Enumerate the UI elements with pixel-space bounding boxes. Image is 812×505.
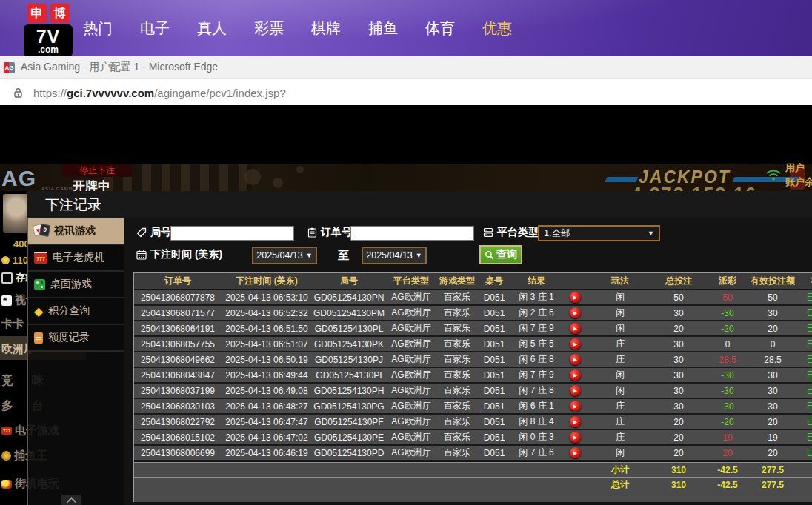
replay-button[interactable] xyxy=(570,292,581,303)
total-row-label: 总计 xyxy=(588,478,653,492)
lock-icon[interactable] xyxy=(13,87,24,99)
replay-button[interactable] xyxy=(570,323,581,334)
round-input[interactable] xyxy=(170,226,294,241)
window-title: Asia Gaming - 用户配置 1 - Microsoft Edge xyxy=(21,61,218,74)
rail-item-1[interactable]: 110. xyxy=(1,255,31,266)
round-cell: GD051254130PK xyxy=(312,337,386,351)
nav-item-4[interactable]: 棋牌 xyxy=(311,19,341,39)
collapse-button[interactable] xyxy=(61,495,81,505)
result-cell: 闲 8 庄 4 xyxy=(510,415,562,429)
column-header: 有效投注额 xyxy=(751,273,795,289)
status-cell: 已派彩 xyxy=(795,399,812,413)
url-scheme: https:// xyxy=(33,87,67,99)
slot-icon: 777 xyxy=(1,427,12,435)
valid-bet-cell: 30 xyxy=(751,399,795,413)
replay-button[interactable] xyxy=(570,385,581,396)
order-cell: 250413068057755 xyxy=(134,337,222,351)
status-cell: 已派彩 xyxy=(795,321,812,335)
platform-cell: AG欧洲厅 xyxy=(386,446,436,460)
total-bet-cell: 30 xyxy=(653,306,705,320)
replay-cell xyxy=(562,446,588,460)
date-to-picker[interactable]: 2025/04/13 ▼ xyxy=(362,247,427,264)
nav-item-5[interactable]: 捕鱼 xyxy=(368,19,398,39)
rail-item-label: 卡卡 xyxy=(1,317,24,331)
table-no-cell: D051 xyxy=(478,446,510,460)
rail-item-4[interactable]: 卡卡 xyxy=(1,317,24,331)
nav-item-1[interactable]: 电子 xyxy=(140,19,170,39)
total-bet-cell: 30 xyxy=(653,337,705,351)
replay-button[interactable] xyxy=(570,416,581,427)
address-bar[interactable]: https://gci.7vvvvvv.com/agingame/pcv1/in… xyxy=(0,78,812,106)
chevron-down-icon: ▼ xyxy=(306,252,313,259)
time-cell: 2025-04-13 06:47:02 xyxy=(222,430,312,444)
footer-spacer xyxy=(134,463,588,477)
table-no-cell: D051 xyxy=(478,290,510,304)
game-type-cell: 百家乐 xyxy=(436,384,478,398)
replay-button[interactable] xyxy=(570,354,581,365)
avatar[interactable] xyxy=(3,194,30,233)
replay-button[interactable] xyxy=(570,338,581,350)
order-cell: 250413068071577 xyxy=(134,306,222,320)
column-header: 游戏类型 xyxy=(436,273,478,289)
column-header: 平台类型 xyxy=(386,273,436,289)
total-bet-cell: 30 xyxy=(653,352,705,367)
order-input[interactable] xyxy=(350,226,474,241)
search-button[interactable]: 查询 xyxy=(479,245,522,264)
site-logo[interactable]: 申 博 7V .com xyxy=(19,4,77,57)
sidebar-item-0[interactable]: 视讯游戏 xyxy=(28,218,124,245)
date-from-picker[interactable]: 2025/04/13 ▼ xyxy=(252,247,317,264)
replay-button[interactable] xyxy=(570,369,581,381)
replay-button[interactable] xyxy=(570,432,581,443)
time-cell: 2025-04-13 06:48:27 xyxy=(222,399,312,413)
sidebar-item-4[interactable]: 额度记录 xyxy=(28,325,124,352)
result-cell: 闲 6 庄 1 xyxy=(510,399,562,413)
sidebar-item-1[interactable]: 电子老虎机 xyxy=(28,245,124,272)
slot-icon xyxy=(34,252,47,264)
nav-item-2[interactable]: 真人 xyxy=(197,19,227,39)
status-cell: 已派彩 xyxy=(795,337,812,351)
time-cell: 2025-04-13 06:50:19 xyxy=(222,352,312,367)
table-row: 2504130680066992025-04-13 06:46:19GD0512… xyxy=(134,446,812,461)
platform-select[interactable]: 1.全部 ▼ xyxy=(538,225,660,241)
payout-cell: 0 xyxy=(705,337,751,351)
payout-cell: -30 xyxy=(705,384,751,398)
valid-bet-cell: 0 xyxy=(751,337,795,351)
tag-icon xyxy=(136,227,147,238)
replay-button[interactable] xyxy=(570,401,581,412)
result-cell: 闲 0 庄 3 xyxy=(510,430,562,444)
nav-item-6[interactable]: 体育 xyxy=(425,19,455,39)
order-cell: 250413068006699 xyxy=(134,446,222,460)
total-bet-cell: 30 xyxy=(653,384,705,398)
column-header: 玩法 xyxy=(588,273,653,289)
sidebar-item-2[interactable]: 桌面游戏 xyxy=(28,272,124,298)
nav-item-0[interactable]: 热门 xyxy=(83,19,113,39)
nav-item-3[interactable]: 彩票 xyxy=(254,19,284,39)
time-cell: 2025-04-13 06:51:07 xyxy=(222,337,312,351)
platform-cell: AG欧洲厅 xyxy=(386,352,436,367)
column-header: 状态 xyxy=(795,273,812,289)
round-cell: GD051254130PN xyxy=(312,290,386,304)
table-row: 2504130680371992025-04-13 06:49:08GD0512… xyxy=(134,384,812,399)
payout-cell: 19 xyxy=(705,430,751,444)
table-row: 2504130680438472025-04-13 06:49:44GD0512… xyxy=(134,368,812,384)
column-header: 局号 xyxy=(312,273,386,289)
valid-bet-cell: 19 xyxy=(751,430,795,444)
order-label: 订单号 xyxy=(307,226,352,239)
sidebar-item-label: 额度记录 xyxy=(48,331,90,344)
sidebar-item-3[interactable]: 积分查询 xyxy=(28,298,124,325)
clipboard-icon xyxy=(307,227,317,238)
replay-button[interactable] xyxy=(570,447,581,458)
table-row: 2504130680496622025-04-13 06:50:19GD0512… xyxy=(134,352,812,368)
total-row-payout: -42.5 xyxy=(705,478,751,492)
round-cell: GD051254130PJ xyxy=(312,352,386,367)
nav-item-7[interactable]: 优惠 xyxy=(482,19,512,39)
table-row: 2504130680715772025-04-13 06:52:32GD0512… xyxy=(134,306,812,321)
total-bet-cell: 20 xyxy=(653,415,705,429)
payout-cell: -20 xyxy=(705,415,751,429)
column-header: 结果 xyxy=(510,273,562,289)
table-no-cell: D051 xyxy=(478,368,510,382)
status-cell: 已派彩 xyxy=(795,306,812,320)
url-text[interactable]: https://gci.7vvvvvv.com/agingame/pcv1/in… xyxy=(33,87,286,99)
replay-button[interactable] xyxy=(570,307,581,318)
valid-bet-cell: 20 xyxy=(751,446,795,460)
